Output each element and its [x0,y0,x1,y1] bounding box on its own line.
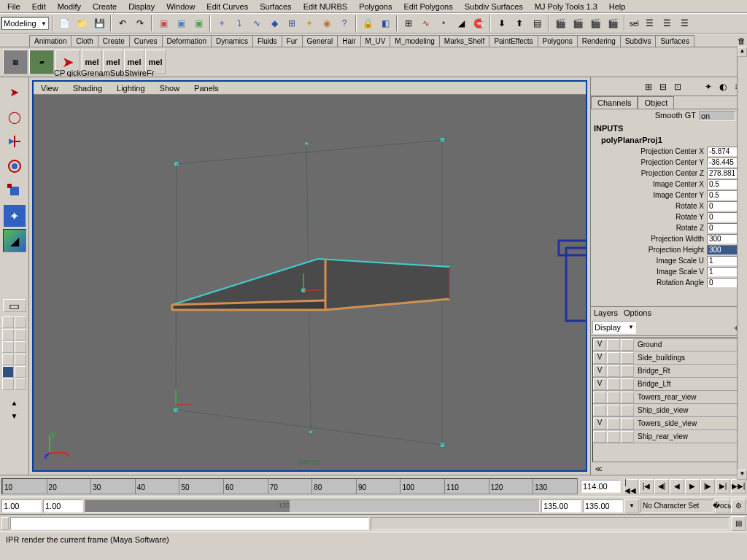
layout-2h-icon[interactable] [15,316,26,328]
mask-curve-icon[interactable]: ∿ [249,15,265,31]
layout-persp-graph-icon[interactable] [2,354,14,365]
snap-plane-icon[interactable]: ◢ [453,15,469,31]
scale-tool-icon[interactable] [3,179,26,203]
layer-row[interactable]: Towers_rear_view [593,391,745,404]
menu-help[interactable]: Help [603,1,632,12]
cb-axis-icon[interactable]: ✦ [702,80,715,93]
cb-icon2[interactable]: ⊟ [657,80,670,93]
mode-selector[interactable]: Modeling▼ [1,17,49,30]
menu-surfaces[interactable]: Surfaces [254,1,297,12]
shelf-tab-dynamics[interactable]: Dynamics [211,35,253,47]
range-end-field[interactable] [583,499,623,513]
shelf-tab-painteffects[interactable]: PaintEffects [489,35,538,47]
layer-vis-toggle[interactable]: V [593,352,606,364]
last-tool-icon[interactable]: ◢ [3,229,26,252]
layer-vis-toggle[interactable]: V [593,418,606,429]
layer-color-swatch[interactable] [621,339,634,351]
cb-icon3[interactable]: ⊡ [671,80,684,93]
mask-misc-icon[interactable]: ? [336,15,352,31]
step-back-key-icon[interactable]: |◀ [639,479,654,494]
menu-window[interactable]: Window [160,1,201,12]
node-name[interactable]: polyPlanarProj1 [591,134,747,146]
shelf-tab-create[interactable]: Create [98,35,130,47]
menu-create[interactable]: Create [87,1,123,12]
menu-mjpoly[interactable]: MJ Poly Tools 1.3 [529,1,603,12]
cb-icon1[interactable]: ⊞ [642,80,655,93]
mask-joint-icon[interactable]: ⤵ [231,15,247,31]
command-input[interactable] [10,517,369,530]
layout-2v-icon[interactable] [2,329,14,341]
goto-start-icon[interactable]: |◀◀ [624,479,638,494]
layer-type-toggle[interactable] [607,431,620,443]
layer-mode-select[interactable]: Display▼ [592,321,636,334]
layer-type-toggle[interactable] [607,392,620,403]
range-opts-icon[interactable]: ▼ [624,499,639,513]
select-tool-icon[interactable]: ➤ [3,80,26,104]
quick-sel3-icon[interactable]: ☰ [677,15,693,31]
layer-row[interactable]: Ship_rear_view [593,430,745,443]
layout-persp-outliner-icon[interactable] [2,366,14,378]
shelf-up-icon[interactable]: ▲ [738,47,747,57]
history-out-icon[interactable]: ⬆ [511,15,527,31]
layer-color-swatch[interactable] [621,405,634,416]
layer-vis-toggle[interactable]: V [593,339,606,351]
shelf-tab-hair[interactable]: Hair [337,35,360,47]
menu-edit[interactable]: Edit [26,1,52,12]
rotate-tool-icon[interactable] [3,155,26,178]
step-fwd-key-icon[interactable]: ▶| [716,479,730,494]
layer-vis-toggle[interactable] [593,431,606,443]
quick-sel1-icon[interactable]: ☰ [642,15,658,31]
layer-type-toggle[interactable] [607,378,620,390]
lm-layers[interactable]: Layers [594,308,618,317]
play-end-field[interactable] [541,499,581,513]
shelf-tab-fur[interactable]: Fur [282,35,303,47]
layer-row[interactable]: VGround [593,338,745,351]
shelf-tab-subdivs[interactable]: Subdivs [620,35,657,47]
shelf-tab-mmodeling[interactable]: M_modeling [390,35,439,47]
render-view-icon[interactable]: 🎬 [605,15,621,31]
layer-vis-toggle[interactable] [593,392,606,403]
tab-object[interactable]: Object [638,96,674,109]
lock-icon[interactable]: 🔒 [360,15,376,31]
quick-sel2-icon[interactable]: ☰ [659,15,676,31]
shelf-tab-general[interactable]: General [302,35,338,47]
tab-channels[interactable]: Channels [591,96,638,109]
layout-multi-icon[interactable] [2,378,14,390]
construction-icon[interactable]: ▤ [529,15,545,31]
layer-row[interactable]: VTowers_side_view [593,417,745,430]
layer-type-toggle[interactable] [607,418,620,429]
layer-row[interactable]: Ship_side_view [593,404,745,417]
step-back-icon[interactable]: ◀| [654,479,669,494]
shelf-tab-rendering[interactable]: Rendering [577,35,621,47]
snap-curve-icon[interactable]: ∿ [418,15,434,31]
layout-outliner-icon[interactable] [15,341,26,353]
layer-type-toggle[interactable] [607,405,620,416]
layer-row[interactable]: VBridge_Lft [593,378,745,391]
play-back-icon[interactable]: ◀ [670,479,684,494]
cb-globe-icon[interactable]: ◐ [716,80,729,93]
layout-hyper-icon[interactable] [15,354,26,365]
layer-color-swatch[interactable] [621,418,634,429]
move-tool-icon[interactable] [3,130,26,153]
layer-color-swatch[interactable] [621,365,634,377]
shelf-tab-polygons[interactable]: Polygons [538,35,578,47]
scroll-left[interactable]: << [595,465,601,473]
menu-modify[interactable]: Modify [52,1,87,12]
mask-handle-icon[interactable]: + [214,15,230,31]
character-set[interactable]: No Character Set [640,499,713,513]
layout-dyn-icon[interactable] [15,378,26,390]
layer-color-swatch[interactable] [621,352,634,364]
shelf-down-icon[interactable]: ▼ [738,470,747,480]
shelf-tab-cloth[interactable]: Cloth [71,35,98,47]
render-icon[interactable]: 🎬 [552,15,568,31]
layer-vis-toggle[interactable] [593,405,606,416]
viewport-3d[interactable]: y x z persp [34,95,586,470]
shelf-tab-curves[interactable]: Curves [129,35,163,47]
vp-show[interactable]: Show [155,82,185,94]
redo-icon[interactable]: ↷ [132,15,148,31]
sel-hier-icon[interactable]: ▣ [155,15,171,31]
current-time-field[interactable] [581,480,621,493]
shelf-tab-muv[interactable]: M_UV [360,35,391,47]
lm-options[interactable]: Options [624,308,651,317]
mask-deform-icon[interactable]: ⊞ [284,15,300,31]
